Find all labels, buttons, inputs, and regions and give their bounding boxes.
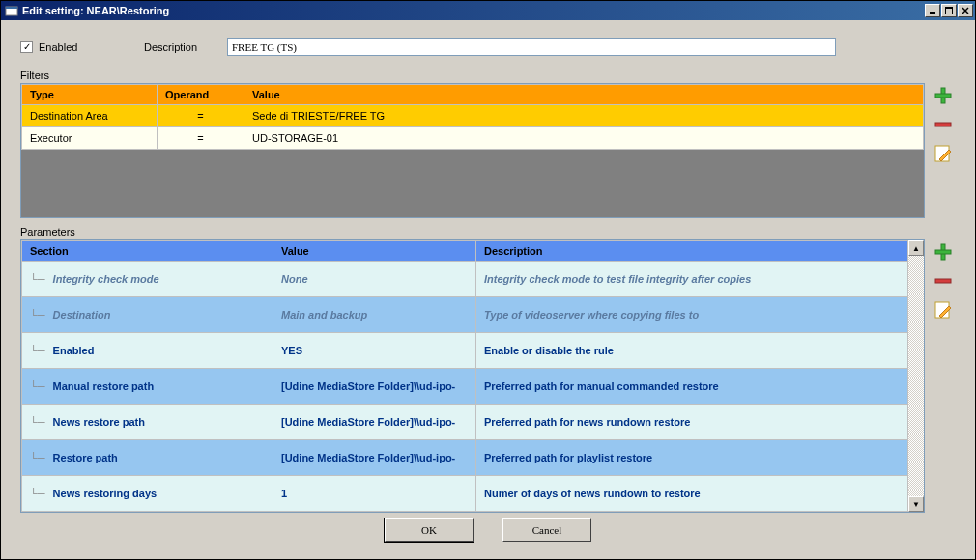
titlebar-buttons bbox=[925, 4, 973, 17]
cell-value: None bbox=[273, 262, 476, 297]
cell-value: UD-STORAGE-01 bbox=[244, 127, 924, 150]
remove-filter-button[interactable] bbox=[933, 114, 954, 135]
cell-description: Preferred path for manual commanded rest… bbox=[476, 369, 908, 405]
parameters-label: Parameters bbox=[20, 226, 956, 238]
filters-side-buttons bbox=[931, 83, 956, 218]
add-parameter-button[interactable] bbox=[933, 241, 954, 263]
cell-section: └─Integrity check mode bbox=[22, 262, 273, 297]
scroll-down-button[interactable]: ▼ bbox=[908, 496, 924, 512]
app-icon bbox=[5, 4, 18, 17]
filters-section: Type Operand Value Destination Area=Sede… bbox=[20, 83, 956, 218]
svg-rect-1 bbox=[6, 7, 17, 9]
cell-description: Integrity check mode to test file integr… bbox=[476, 262, 908, 297]
cell-value: 1 bbox=[273, 476, 476, 512]
cell-value: [Udine MediaStore Folder]\\ud-ipo- bbox=[273, 405, 476, 440]
cell-type: Executor bbox=[22, 127, 158, 150]
cell-section: └─News restore path bbox=[22, 405, 273, 440]
cell-description: Enable or disable the rule bbox=[476, 333, 908, 369]
cell-value: YES bbox=[273, 333, 476, 369]
cancel-button[interactable]: Cancel bbox=[502, 518, 591, 542]
edit-filter-button[interactable] bbox=[933, 143, 954, 164]
cell-section: └─Destination bbox=[22, 297, 273, 333]
cell-description: Type of videoserver where copying files … bbox=[476, 297, 908, 333]
window: Edit setting: NEAR\Restoring ✓ Enabled D… bbox=[0, 0, 976, 560]
cell-value: Sede di TRIESTE/FREE TG bbox=[244, 105, 924, 127]
cell-section: └─Restore path bbox=[22, 440, 273, 476]
scroll-track[interactable] bbox=[908, 256, 924, 496]
cell-value: [Udine MediaStore Folder]\\ud-ipo- bbox=[273, 440, 476, 476]
params-col-section[interactable]: Section bbox=[22, 241, 273, 262]
cell-description: Numer of days of news rundown to restore bbox=[476, 476, 908, 512]
table-row[interactable]: └─EnabledYESEnable or disable the rule bbox=[22, 333, 908, 369]
parameters-scrollbar[interactable]: ▲ ▼ bbox=[908, 240, 924, 512]
enabled-checkbox[interactable]: ✓ bbox=[20, 41, 33, 53]
table-row[interactable]: └─News restoring days1Numer of days of n… bbox=[22, 476, 908, 512]
description-label: Description bbox=[144, 42, 219, 53]
table-row[interactable]: └─Manual restore path[Udine MediaStore F… bbox=[22, 369, 908, 405]
dialog-buttons: OK Cancel bbox=[20, 513, 956, 549]
cell-value: [Udine MediaStore Folder]\\ud-ipo- bbox=[273, 369, 476, 405]
scroll-up-button[interactable]: ▲ bbox=[908, 240, 924, 256]
parameters-grid-wrap: Section Value Description └─Integrity ch… bbox=[20, 239, 925, 513]
enabled-label: Enabled bbox=[39, 42, 77, 53]
filters-col-type[interactable]: Type bbox=[22, 85, 158, 105]
description-input[interactable] bbox=[227, 38, 836, 56]
cell-section: └─Manual restore path bbox=[22, 369, 273, 405]
table-row[interactable]: └─DestinationMain and backupType of vide… bbox=[22, 297, 908, 333]
cell-type: Destination Area bbox=[22, 105, 158, 127]
content-area: ✓ Enabled Description Filters Type Opera… bbox=[1, 20, 975, 559]
table-row[interactable]: Executor=UD-STORAGE-01 bbox=[22, 127, 924, 150]
titlebar: Edit setting: NEAR\Restoring bbox=[1, 1, 975, 20]
cell-description: Preferred path for news rundown restore bbox=[476, 405, 908, 440]
close-button[interactable] bbox=[958, 4, 973, 17]
table-row[interactable]: └─Integrity check modeNoneIntegrity chec… bbox=[22, 262, 908, 297]
params-col-description[interactable]: Description bbox=[476, 241, 908, 262]
filters-label: Filters bbox=[20, 70, 956, 81]
cell-description: Preferred path for playlist restore bbox=[476, 440, 908, 476]
add-filter-button[interactable] bbox=[933, 85, 954, 106]
edit-parameter-button[interactable] bbox=[933, 299, 954, 321]
svg-rect-8 bbox=[935, 94, 951, 98]
remove-parameter-button[interactable] bbox=[933, 270, 954, 292]
svg-rect-12 bbox=[935, 250, 951, 254]
filters-table[interactable]: Type Operand Value Destination Area=Sede… bbox=[21, 84, 924, 150]
ok-button[interactable]: OK bbox=[385, 518, 474, 542]
cell-section: └─News restoring days bbox=[22, 476, 273, 512]
params-col-value[interactable]: Value bbox=[273, 241, 476, 262]
filters-col-operand[interactable]: Operand bbox=[158, 85, 244, 105]
window-title: Edit setting: NEAR\Restoring bbox=[22, 5, 925, 16]
table-row[interactable]: └─Restore path[Udine MediaStore Folder]\… bbox=[22, 440, 908, 476]
table-row[interactable]: └─News restore path[Udine MediaStore Fol… bbox=[22, 405, 908, 440]
filters-grid-wrap: Type Operand Value Destination Area=Sede… bbox=[20, 83, 925, 218]
parameters-section: Section Value Description └─Integrity ch… bbox=[20, 239, 956, 513]
parameters-table[interactable]: Section Value Description └─Integrity ch… bbox=[21, 240, 908, 512]
enabled-field: ✓ Enabled bbox=[20, 41, 136, 53]
maximize-button[interactable] bbox=[941, 4, 957, 17]
cell-operand: = bbox=[158, 127, 244, 150]
parameters-side-buttons bbox=[931, 239, 956, 513]
cell-value: Main and backup bbox=[273, 297, 476, 333]
header-row: ✓ Enabled Description bbox=[20, 38, 956, 56]
cell-operand: = bbox=[158, 105, 244, 127]
svg-rect-13 bbox=[935, 279, 951, 283]
minimize-button[interactable] bbox=[925, 4, 940, 17]
table-row[interactable]: Destination Area=Sede di TRIESTE/FREE TG bbox=[22, 105, 924, 127]
cell-section: └─Enabled bbox=[22, 333, 273, 369]
filters-col-value[interactable]: Value bbox=[244, 85, 924, 105]
svg-rect-9 bbox=[935, 123, 951, 126]
